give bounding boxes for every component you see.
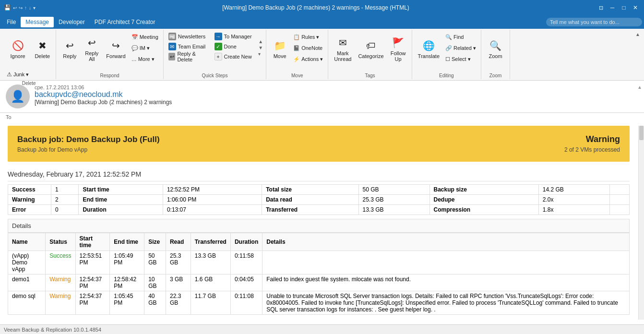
header-scroll-up[interactable]: ▲ — [637, 84, 642, 90]
translate-button[interactable]: 🌐 Translate — [415, 31, 442, 68]
mark-unread-icon: ✉ — [339, 37, 347, 48]
reply-all-button[interactable]: ↩ ReplyAll — [81, 31, 102, 68]
quicksteps-scroll-up[interactable]: ▲ — [258, 39, 263, 44]
qs-newsletters[interactable]: 📰 Newsletters — [167, 32, 212, 41]
reply-button[interactable]: ↩ Reply — [59, 31, 80, 68]
cell-end-time: 1:05:45 PM — [110, 291, 144, 315]
email-body-scrollbar[interactable] — [638, 126, 644, 320]
qs-reply-delete[interactable]: ↩ Reply & Delete — [167, 52, 212, 61]
more-button[interactable]: … More ▾ — [130, 54, 160, 64]
qs-done[interactable]: ✓ Done — [213, 42, 258, 51]
ignore-button[interactable]: 🚫 Ignore — [7, 31, 28, 68]
forward-button[interactable]: ↪ Forward — [103, 31, 128, 68]
col-name: Name — [8, 233, 46, 251]
find-button[interactable]: 🔍 Find — [443, 32, 478, 42]
window-maximize-button[interactable]: □ — [619, 3, 629, 12]
meeting-button[interactable]: 📅 Meeting — [130, 32, 160, 42]
title-bar: 💾 ↩ ↪ ↑ ↓ ▾ [Warning] Demo Backup Job (2… — [0, 0, 644, 15]
create-new-label: Create New — [224, 54, 252, 60]
email-date: cpе. 17.2.2021 13:06 — [35, 84, 638, 90]
warning-banner-right: Warning 2 of 2 VMs processed — [564, 134, 620, 153]
tell-me-input[interactable] — [546, 18, 642, 26]
menu-file[interactable]: File — [2, 17, 21, 27]
cell-transferred: 11.7 GB — [191, 291, 230, 315]
window-close-button[interactable]: ✕ — [631, 3, 640, 12]
menu-pdf[interactable]: PDF Architect 7 Creator — [90, 17, 160, 27]
table-row: Success 1 Start time 12:52:52 PM Total s… — [8, 185, 630, 195]
actions-button[interactable]: ⚡ Actions ▾ — [291, 54, 325, 64]
cell-status: Warning — [46, 274, 75, 291]
related-icon: 🔗 — [445, 45, 452, 51]
ribbon-collapse-button[interactable]: ▲ — [633, 31, 642, 38]
summary-cell: 1.8x — [538, 205, 609, 215]
im-button[interactable]: 💬 IM ▾ — [130, 43, 160, 53]
mark-unread-button[interactable]: ✉ MarkUnread — [331, 31, 354, 68]
cell-read: 3 GB — [166, 274, 191, 291]
status-badge: Warning — [49, 276, 71, 283]
table-row: (vApp) Demo vApp Success 12:53:51 PM 1:0… — [8, 251, 630, 274]
summary-cell: 14.2 GB — [538, 185, 609, 195]
reply-label: Reply — [63, 53, 76, 59]
junk-button[interactable]: ⚠ Junk ▾ — [5, 69, 31, 80]
quick-access-up[interactable]: ↑ — [24, 5, 27, 11]
scrollbar-thumb[interactable] — [639, 126, 644, 140]
meeting-label: Meeting — [140, 34, 158, 40]
follow-up-button[interactable]: 🚩 FollowUp — [388, 31, 409, 68]
onenote-icon: 📓 — [293, 45, 300, 51]
window-minimize-button[interactable]: ─ — [608, 3, 617, 12]
summary-cell: Compression — [429, 205, 538, 215]
window-restore-icon[interactable]: ⊡ — [596, 3, 606, 12]
delete-icon: ✖ — [38, 40, 47, 51]
ribbon-group-tags-label: Tags — [331, 72, 408, 79]
onenote-button[interactable]: 📓 OneNote — [291, 43, 325, 53]
im-label: IM ▾ — [140, 45, 150, 51]
quick-access-down[interactable]: ↓ — [29, 5, 31, 11]
summary-cell: 2 — [51, 195, 79, 205]
cell-read: 22.3 GB — [166, 291, 191, 315]
quick-access-redo[interactable]: ↪ — [19, 5, 23, 11]
date-header: Wednesday, February 17, 2021 12:52:52 PM — [8, 167, 630, 181]
im-icon: 💬 — [131, 45, 138, 51]
quick-access-undo[interactable]: ↩ — [13, 5, 17, 11]
cell-start-time: 12:53:51 PM — [75, 251, 110, 274]
menu-developer[interactable]: Developer — [54, 17, 90, 27]
job-subtitle: Backup Job for Demo vApp — [17, 146, 160, 153]
related-button[interactable]: 🔗 Related ▾ — [443, 43, 478, 53]
rules-label: Rules ▾ — [301, 34, 319, 40]
delete-button[interactable]: ✖ Delete — [32, 31, 53, 68]
menu-message[interactable]: Message — [21, 17, 54, 27]
more-icon: … — [131, 56, 137, 62]
qs-team-email[interactable]: ✉ Team Email — [167, 42, 212, 51]
ignore-icon: 🚫 — [12, 40, 24, 51]
quicksteps-scroll-down[interactable]: ▼ — [258, 45, 263, 50]
quicksteps-more[interactable]: ▾ — [258, 51, 263, 57]
ribbon-group-editing: 🌐 Translate 🔍 Find 🔗 Related ▾ ☐ Select … — [412, 30, 481, 79]
qs-create-new[interactable]: + Create New — [213, 52, 258, 61]
status-badge: Warning — [49, 293, 71, 299]
cell-name: demo sql — [8, 291, 46, 315]
ribbon-group-move: 📁 Move 📋 Rules ▾ 📓 OneNote ⚡ Actions ▾ M… — [266, 30, 328, 79]
forward-label: Forward — [106, 53, 125, 59]
zoom-button[interactable]: 🔍 Zoom — [485, 31, 506, 68]
avatar: 👤 — [6, 84, 30, 108]
zoom-icon: 🔍 — [489, 40, 501, 51]
move-button[interactable]: 📁 Move — [269, 31, 290, 68]
reply-icon: ↩ — [66, 40, 74, 51]
summary-cell: Duration — [79, 205, 163, 215]
categorize-button[interactable]: 🏷 Categorize — [355, 31, 386, 68]
ribbon: 🚫 Ignore ⚠ Junk ▾ ✖ Delete Delete ↩ — [0, 29, 644, 81]
zoom-label: Zoom — [489, 53, 502, 59]
email-subject: [Warning] Demo Backup Job (2 machines) 2… — [35, 99, 638, 106]
qs-to-manager[interactable]: → To Manager — [213, 32, 258, 41]
rules-button[interactable]: 📋 Rules ▾ — [291, 32, 325, 42]
select-button[interactable]: ☐ Select ▾ — [443, 54, 478, 64]
summary-cell: 1:06:00 PM — [163, 195, 262, 205]
onenote-label: OneNote — [301, 45, 322, 51]
actions-label: Actions ▾ — [301, 56, 323, 62]
quick-access-more[interactable]: ▾ — [33, 5, 36, 11]
warning-banner-left: Backup job: Demo Backup Job (Full) Backu… — [17, 135, 160, 153]
cell-transferred: 13.3 GB — [191, 251, 230, 274]
categorize-icon: 🏷 — [366, 40, 376, 51]
window-controls: ⊡ ─ □ ✕ — [596, 3, 640, 12]
cell-status: Success — [46, 251, 75, 274]
